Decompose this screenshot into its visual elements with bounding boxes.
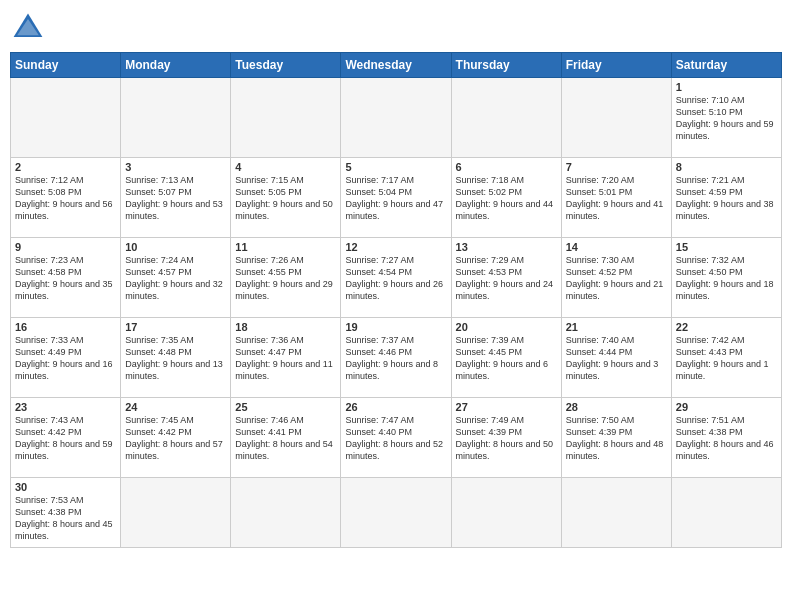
calendar-cell: 18Sunrise: 7:36 AM Sunset: 4:47 PM Dayli… bbox=[231, 318, 341, 398]
day-number: 22 bbox=[676, 321, 777, 333]
day-number: 14 bbox=[566, 241, 667, 253]
calendar-cell: 20Sunrise: 7:39 AM Sunset: 4:45 PM Dayli… bbox=[451, 318, 561, 398]
day-info: Sunrise: 7:12 AM Sunset: 5:08 PM Dayligh… bbox=[15, 174, 116, 223]
day-number: 27 bbox=[456, 401, 557, 413]
calendar-cell bbox=[341, 478, 451, 548]
calendar-cell: 12Sunrise: 7:27 AM Sunset: 4:54 PM Dayli… bbox=[341, 238, 451, 318]
day-number: 11 bbox=[235, 241, 336, 253]
calendar-week-row: 16Sunrise: 7:33 AM Sunset: 4:49 PM Dayli… bbox=[11, 318, 782, 398]
day-number: 5 bbox=[345, 161, 446, 173]
calendar-cell: 1Sunrise: 7:10 AM Sunset: 5:10 PM Daylig… bbox=[671, 78, 781, 158]
weekday-header-sunday: Sunday bbox=[11, 53, 121, 78]
day-number: 2 bbox=[15, 161, 116, 173]
day-info: Sunrise: 7:37 AM Sunset: 4:46 PM Dayligh… bbox=[345, 334, 446, 383]
calendar-cell: 8Sunrise: 7:21 AM Sunset: 4:59 PM Daylig… bbox=[671, 158, 781, 238]
day-info: Sunrise: 7:20 AM Sunset: 5:01 PM Dayligh… bbox=[566, 174, 667, 223]
calendar-cell: 6Sunrise: 7:18 AM Sunset: 5:02 PM Daylig… bbox=[451, 158, 561, 238]
day-info: Sunrise: 7:24 AM Sunset: 4:57 PM Dayligh… bbox=[125, 254, 226, 303]
day-number: 10 bbox=[125, 241, 226, 253]
calendar-cell: 22Sunrise: 7:42 AM Sunset: 4:43 PM Dayli… bbox=[671, 318, 781, 398]
logo bbox=[10, 10, 50, 46]
calendar-cell: 29Sunrise: 7:51 AM Sunset: 4:38 PM Dayli… bbox=[671, 398, 781, 478]
calendar-cell bbox=[671, 478, 781, 548]
header bbox=[10, 10, 782, 46]
day-info: Sunrise: 7:26 AM Sunset: 4:55 PM Dayligh… bbox=[235, 254, 336, 303]
calendar-cell bbox=[451, 78, 561, 158]
day-number: 9 bbox=[15, 241, 116, 253]
day-number: 7 bbox=[566, 161, 667, 173]
calendar-cell: 24Sunrise: 7:45 AM Sunset: 4:42 PM Dayli… bbox=[121, 398, 231, 478]
calendar-cell: 30Sunrise: 7:53 AM Sunset: 4:38 PM Dayli… bbox=[11, 478, 121, 548]
day-number: 6 bbox=[456, 161, 557, 173]
day-number: 25 bbox=[235, 401, 336, 413]
calendar-cell: 23Sunrise: 7:43 AM Sunset: 4:42 PM Dayli… bbox=[11, 398, 121, 478]
calendar-cell: 19Sunrise: 7:37 AM Sunset: 4:46 PM Dayli… bbox=[341, 318, 451, 398]
day-number: 16 bbox=[15, 321, 116, 333]
day-number: 13 bbox=[456, 241, 557, 253]
calendar-cell: 27Sunrise: 7:49 AM Sunset: 4:39 PM Dayli… bbox=[451, 398, 561, 478]
calendar-cell: 4Sunrise: 7:15 AM Sunset: 5:05 PM Daylig… bbox=[231, 158, 341, 238]
day-number: 4 bbox=[235, 161, 336, 173]
day-number: 8 bbox=[676, 161, 777, 173]
weekday-header-friday: Friday bbox=[561, 53, 671, 78]
day-number: 26 bbox=[345, 401, 446, 413]
calendar-cell bbox=[561, 478, 671, 548]
calendar-week-row: 1Sunrise: 7:10 AM Sunset: 5:10 PM Daylig… bbox=[11, 78, 782, 158]
weekday-header-tuesday: Tuesday bbox=[231, 53, 341, 78]
day-number: 19 bbox=[345, 321, 446, 333]
day-info: Sunrise: 7:10 AM Sunset: 5:10 PM Dayligh… bbox=[676, 94, 777, 143]
day-info: Sunrise: 7:17 AM Sunset: 5:04 PM Dayligh… bbox=[345, 174, 446, 223]
calendar-cell bbox=[561, 78, 671, 158]
day-info: Sunrise: 7:18 AM Sunset: 5:02 PM Dayligh… bbox=[456, 174, 557, 223]
calendar-cell bbox=[341, 78, 451, 158]
day-info: Sunrise: 7:43 AM Sunset: 4:42 PM Dayligh… bbox=[15, 414, 116, 463]
calendar-week-row: 2Sunrise: 7:12 AM Sunset: 5:08 PM Daylig… bbox=[11, 158, 782, 238]
day-info: Sunrise: 7:35 AM Sunset: 4:48 PM Dayligh… bbox=[125, 334, 226, 383]
calendar-cell: 16Sunrise: 7:33 AM Sunset: 4:49 PM Dayli… bbox=[11, 318, 121, 398]
weekday-header-saturday: Saturday bbox=[671, 53, 781, 78]
calendar: SundayMondayTuesdayWednesdayThursdayFrid… bbox=[10, 52, 782, 548]
day-info: Sunrise: 7:30 AM Sunset: 4:52 PM Dayligh… bbox=[566, 254, 667, 303]
weekday-header-monday: Monday bbox=[121, 53, 231, 78]
day-number: 12 bbox=[345, 241, 446, 253]
calendar-cell bbox=[231, 478, 341, 548]
calendar-cell: 3Sunrise: 7:13 AM Sunset: 5:07 PM Daylig… bbox=[121, 158, 231, 238]
day-info: Sunrise: 7:21 AM Sunset: 4:59 PM Dayligh… bbox=[676, 174, 777, 223]
calendar-cell bbox=[451, 478, 561, 548]
calendar-cell: 5Sunrise: 7:17 AM Sunset: 5:04 PM Daylig… bbox=[341, 158, 451, 238]
day-info: Sunrise: 7:29 AM Sunset: 4:53 PM Dayligh… bbox=[456, 254, 557, 303]
calendar-cell: 28Sunrise: 7:50 AM Sunset: 4:39 PM Dayli… bbox=[561, 398, 671, 478]
day-info: Sunrise: 7:33 AM Sunset: 4:49 PM Dayligh… bbox=[15, 334, 116, 383]
day-number: 15 bbox=[676, 241, 777, 253]
calendar-cell: 2Sunrise: 7:12 AM Sunset: 5:08 PM Daylig… bbox=[11, 158, 121, 238]
day-number: 3 bbox=[125, 161, 226, 173]
calendar-cell: 26Sunrise: 7:47 AM Sunset: 4:40 PM Dayli… bbox=[341, 398, 451, 478]
calendar-cell: 14Sunrise: 7:30 AM Sunset: 4:52 PM Dayli… bbox=[561, 238, 671, 318]
calendar-cell bbox=[121, 78, 231, 158]
calendar-week-row: 30Sunrise: 7:53 AM Sunset: 4:38 PM Dayli… bbox=[11, 478, 782, 548]
day-info: Sunrise: 7:32 AM Sunset: 4:50 PM Dayligh… bbox=[676, 254, 777, 303]
day-number: 17 bbox=[125, 321, 226, 333]
day-number: 23 bbox=[15, 401, 116, 413]
calendar-cell bbox=[121, 478, 231, 548]
calendar-week-row: 23Sunrise: 7:43 AM Sunset: 4:42 PM Dayli… bbox=[11, 398, 782, 478]
day-info: Sunrise: 7:39 AM Sunset: 4:45 PM Dayligh… bbox=[456, 334, 557, 383]
page: SundayMondayTuesdayWednesdayThursdayFrid… bbox=[0, 0, 792, 612]
day-info: Sunrise: 7:50 AM Sunset: 4:39 PM Dayligh… bbox=[566, 414, 667, 463]
calendar-week-row: 9Sunrise: 7:23 AM Sunset: 4:58 PM Daylig… bbox=[11, 238, 782, 318]
day-info: Sunrise: 7:15 AM Sunset: 5:05 PM Dayligh… bbox=[235, 174, 336, 223]
day-info: Sunrise: 7:53 AM Sunset: 4:38 PM Dayligh… bbox=[15, 494, 116, 543]
day-info: Sunrise: 7:42 AM Sunset: 4:43 PM Dayligh… bbox=[676, 334, 777, 383]
calendar-cell: 15Sunrise: 7:32 AM Sunset: 4:50 PM Dayli… bbox=[671, 238, 781, 318]
day-info: Sunrise: 7:36 AM Sunset: 4:47 PM Dayligh… bbox=[235, 334, 336, 383]
weekday-header-row: SundayMondayTuesdayWednesdayThursdayFrid… bbox=[11, 53, 782, 78]
day-info: Sunrise: 7:23 AM Sunset: 4:58 PM Dayligh… bbox=[15, 254, 116, 303]
calendar-cell: 25Sunrise: 7:46 AM Sunset: 4:41 PM Dayli… bbox=[231, 398, 341, 478]
day-info: Sunrise: 7:46 AM Sunset: 4:41 PM Dayligh… bbox=[235, 414, 336, 463]
day-info: Sunrise: 7:47 AM Sunset: 4:40 PM Dayligh… bbox=[345, 414, 446, 463]
day-info: Sunrise: 7:51 AM Sunset: 4:38 PM Dayligh… bbox=[676, 414, 777, 463]
calendar-cell bbox=[11, 78, 121, 158]
day-info: Sunrise: 7:27 AM Sunset: 4:54 PM Dayligh… bbox=[345, 254, 446, 303]
day-info: Sunrise: 7:40 AM Sunset: 4:44 PM Dayligh… bbox=[566, 334, 667, 383]
calendar-cell: 17Sunrise: 7:35 AM Sunset: 4:48 PM Dayli… bbox=[121, 318, 231, 398]
